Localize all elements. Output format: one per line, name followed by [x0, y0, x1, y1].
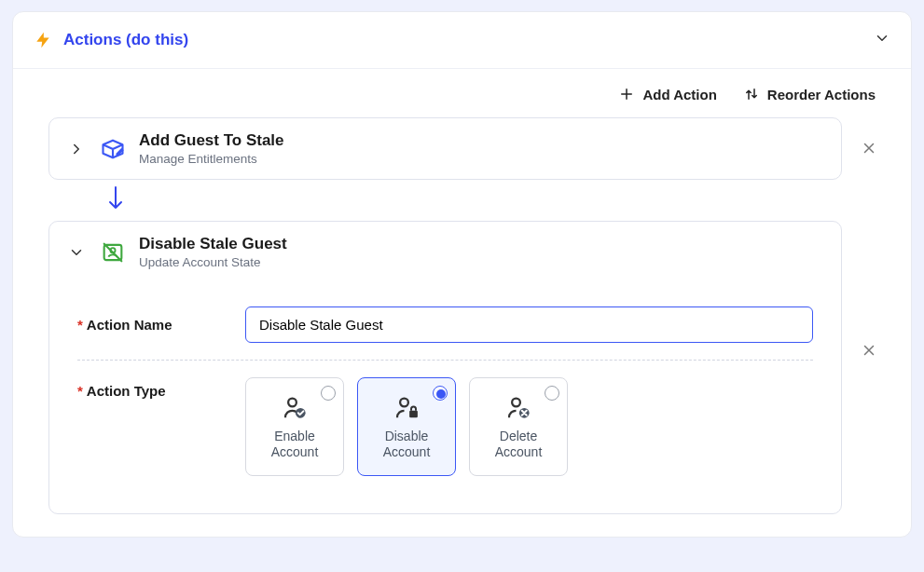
action-title: Disable Stale Guest — [139, 235, 287, 253]
collapse-section-button[interactable] — [874, 30, 890, 50]
add-action-label: Add Action — [642, 87, 716, 102]
user-enable-icon — [281, 393, 309, 421]
required-marker: * — [77, 383, 83, 399]
user-lock-icon — [393, 393, 421, 421]
action-header[interactable]: Add Guest To Stale Manage Entitlements — [49, 118, 841, 179]
action-name-label: *Action Name — [77, 317, 245, 333]
action-header[interactable]: Disable Stale Guest Update Account State — [49, 222, 841, 282]
add-action-button[interactable]: Add Action — [618, 86, 716, 102]
radio-indicator — [545, 386, 559, 401]
reorder-actions-button[interactable]: Reorder Actions — [743, 86, 876, 102]
chevron-right-icon — [68, 141, 85, 157]
action-name-input[interactable] — [245, 306, 813, 343]
type-option-label: DisableAccount — [383, 429, 431, 461]
type-option-enable-account[interactable]: EnableAccount — [245, 377, 344, 476]
action-type-label: *Action Type — [77, 377, 245, 399]
remove-action-button[interactable] — [851, 130, 887, 166]
action-card-disable-guest: Disable Stale Guest Update Account State… — [48, 221, 842, 514]
action-type-options: EnableAccount DisableAccou — [245, 377, 568, 476]
reorder-icon — [743, 86, 760, 102]
svg-point-2 — [288, 398, 297, 406]
radio-indicator — [321, 386, 336, 401]
remove-action-button[interactable] — [851, 333, 887, 368]
section-title: Actions (do this) — [63, 31, 188, 49]
close-icon — [861, 342, 877, 359]
actions-list: Add Guest To Stale Manage Entitlements — [13, 117, 911, 514]
action-card-add-guest: Add Guest To Stale Manage Entitlements — [48, 117, 842, 180]
type-option-label: DeleteAccount — [495, 429, 543, 461]
user-delete-icon — [504, 393, 532, 421]
action-row: Add Guest To Stale Manage Entitlements — [48, 117, 887, 180]
svg-point-4 — [400, 398, 408, 406]
required-marker: * — [77, 317, 83, 333]
action-titles: Disable Stale Guest Update Account State — [139, 235, 287, 269]
type-option-disable-account[interactable]: DisableAccount — [357, 377, 456, 476]
close-icon — [861, 140, 877, 157]
svg-rect-5 — [409, 410, 418, 417]
action-subtitle: Update Account State — [139, 255, 287, 269]
action-type-row: *Action Type En — [77, 361, 813, 493]
package-edit-icon — [100, 136, 126, 162]
actions-section: Actions (do this) Add Action Reorder Act… — [12, 11, 912, 538]
radio-indicator — [433, 386, 448, 401]
type-option-label: EnableAccount — [271, 429, 319, 461]
type-option-delete-account[interactable]: DeleteAccount — [469, 377, 568, 476]
action-subtitle: Manage Entitlements — [139, 152, 284, 166]
chevron-down-icon — [68, 244, 85, 261]
chevron-down-icon — [874, 30, 890, 47]
user-disable-icon — [100, 239, 126, 266]
action-form: *Action Name *Action Type — [49, 282, 841, 513]
flow-arrow-icon — [106, 185, 125, 211]
section-header: Actions (do this) — [13, 12, 911, 69]
action-row: Disable Stale Guest Update Account State… — [48, 221, 887, 514]
actions-toolbar: Add Action Reorder Actions — [13, 69, 911, 117]
svg-point-6 — [512, 398, 520, 406]
reorder-actions-label: Reorder Actions — [767, 87, 876, 102]
bolt-icon — [34, 29, 52, 51]
action-title: Add Guest To Stale — [139, 131, 284, 150]
action-name-row: *Action Name — [77, 290, 813, 360]
action-titles: Add Guest To Stale Manage Entitlements — [139, 131, 284, 166]
plus-icon — [618, 86, 635, 102]
